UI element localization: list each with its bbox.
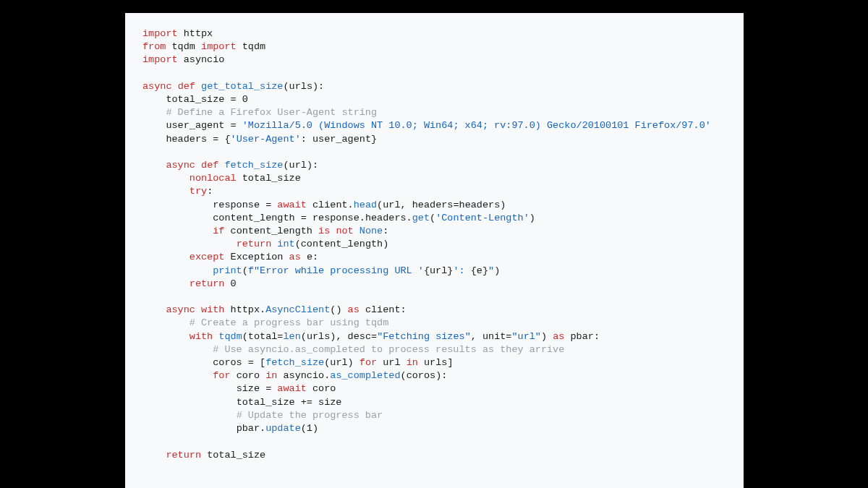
code-token-kw: async xyxy=(142,81,172,92)
code-token-op: += xyxy=(301,397,312,408)
code-token-name: user_agent xyxy=(166,120,224,131)
code-token-op: ( xyxy=(283,160,289,171)
code-token-name: coros xyxy=(407,370,436,381)
code-token-name: e xyxy=(307,252,312,262)
code-token-builtin: int xyxy=(277,239,294,249)
code-token-call: fetch_size xyxy=(265,357,324,368)
code-token-str2: 'User-Agent' xyxy=(231,134,301,145)
code-token-kw: with xyxy=(201,304,224,315)
code-token-kw: return xyxy=(166,450,201,461)
code-token-op: . xyxy=(348,200,354,210)
code-token-op: ), xyxy=(330,331,347,342)
code-token-op: ( xyxy=(401,370,407,381)
code-token-op: ): xyxy=(307,160,318,171)
code-token-name: tqdm xyxy=(172,41,195,52)
code-token-op: { xyxy=(471,265,477,276)
code-token-name: unit xyxy=(482,331,506,342)
code-token-name: pbar xyxy=(237,423,260,434)
code-token-op: { xyxy=(224,134,230,145)
code-token-name: Exception xyxy=(231,252,284,262)
code-token-name: url xyxy=(289,160,307,171)
code-token-op: . xyxy=(260,423,265,434)
code-token-name: user_agent xyxy=(312,134,371,145)
code-token-op: . xyxy=(260,304,265,315)
code-token-str2: f"Error while processing URL ' xyxy=(248,265,424,276)
code-token-name: url xyxy=(430,265,447,276)
code-token-str2: 'Content-Length' xyxy=(435,213,529,223)
code-token-name: pbar xyxy=(571,331,594,342)
code-token-kw: with xyxy=(190,331,213,342)
code-token-kw: def xyxy=(178,81,195,92)
code-token-name: headers xyxy=(365,213,407,223)
code-token-kw: as xyxy=(553,331,564,342)
code-token-op: } xyxy=(482,265,488,276)
code-token-call: AsyncClient xyxy=(265,304,330,315)
code-token-op: [ xyxy=(260,357,265,368)
code-token-op: . xyxy=(407,213,412,223)
code-token-op: ): xyxy=(435,370,447,381)
code-token-op: = xyxy=(231,94,237,105)
code-token-op: ): xyxy=(312,81,324,92)
code-token-str2: 'Mozilla/5.0 (Windows NT 10.0; Win64; x6… xyxy=(242,120,711,131)
code-token-num: 0 xyxy=(231,278,237,289)
code-token-kw: as xyxy=(348,304,359,315)
code-token-name: client xyxy=(365,304,401,315)
code-token-op: ) xyxy=(348,357,354,368)
code-token-name: e xyxy=(477,265,482,276)
code-token-op: ( xyxy=(301,423,307,434)
code-token-name: url xyxy=(330,357,347,368)
code-token-name: urls xyxy=(424,357,447,368)
code-token-op: ( xyxy=(242,265,248,276)
code-token-call: head xyxy=(354,200,377,210)
code-token-name: headers xyxy=(166,134,207,145)
code-token-kw: for xyxy=(359,357,377,368)
code-token-op: ) xyxy=(494,265,500,276)
code-block[interactable]: import httpx from tqdm import tqdm impor… xyxy=(142,27,726,462)
code-token-op: = xyxy=(248,357,254,368)
code-token-op: ) xyxy=(312,423,318,434)
code-token-kw: await xyxy=(277,383,307,394)
code-token-name: url xyxy=(383,200,400,210)
code-token-name: coro xyxy=(237,370,260,381)
code-token-op: : xyxy=(594,331,600,342)
code-token-fn: fetch_size xyxy=(224,160,283,171)
code-token-op: ( xyxy=(295,239,301,249)
code-token-op: { xyxy=(424,265,430,276)
code-token-op: = xyxy=(265,383,271,394)
code-token-op: . xyxy=(359,213,365,223)
code-card: import httpx from tqdm import tqdm impor… xyxy=(125,13,744,488)
code-token-name: headers xyxy=(412,200,454,210)
code-token-name: coros xyxy=(213,357,242,368)
code-token-kw: async xyxy=(166,160,195,171)
code-token-name: total_size xyxy=(207,450,265,461)
code-token-name: asyncio xyxy=(184,54,225,65)
code-token-kw: import xyxy=(201,41,237,52)
code-token-name: response xyxy=(213,200,260,210)
code-token-name: urls xyxy=(307,331,330,342)
code-token-name: total_size xyxy=(237,397,295,408)
code-token-kw: nonlocal xyxy=(190,173,237,184)
code-token-op: = xyxy=(453,200,459,210)
code-token-comment: # Use asyncio.as_completed to process re… xyxy=(213,344,564,355)
code-token-op: : xyxy=(301,134,312,145)
code-token-name: size xyxy=(318,397,341,408)
code-token-op: ( xyxy=(430,213,435,223)
code-token-kw: try xyxy=(190,186,207,197)
code-token-kw: in xyxy=(265,370,277,381)
code-token-name: httpx xyxy=(231,304,260,315)
code-token-call: len xyxy=(283,331,300,342)
code-token-call: get xyxy=(412,213,430,223)
code-token-call: update xyxy=(265,423,301,434)
code-token-kw: await xyxy=(277,200,307,210)
code-token-op: ( xyxy=(242,331,248,342)
code-token-name: headers xyxy=(459,200,501,210)
code-token-str2: " xyxy=(488,265,494,276)
code-token-op: : xyxy=(383,226,388,236)
code-token-op: : xyxy=(401,304,407,315)
code-token-kw: in xyxy=(407,357,418,368)
code-token-name: total_size xyxy=(166,94,224,105)
code-token-kw: return xyxy=(237,239,272,249)
code-token-str2: "Fetching sizes" xyxy=(377,331,471,342)
code-token-num: 0 xyxy=(242,94,248,105)
code-token-call: print xyxy=(213,265,242,276)
